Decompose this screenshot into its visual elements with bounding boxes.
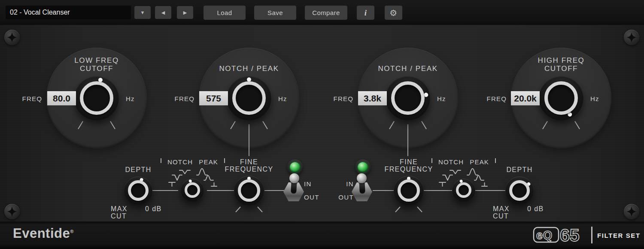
preset-name: 02 - Vocal Cleanser [10,9,70,16]
prev-preset-button[interactable]: ◀ [155,6,171,19]
settings-button[interactable]: ⚙ [385,6,402,20]
notch-peak-selector-right[interactable] [452,178,475,202]
arrow-left-icon: ◀ [161,10,165,15]
fine-freq-connector-line [249,124,249,156]
cut-label: CUT [111,212,127,220]
high-cutoff-value[interactable]: 20.0k [511,91,540,105]
notch-peak-legend: NOTCH PEAK [435,158,492,166]
connector-line [373,190,394,191]
connector-line [424,190,452,191]
logo-divider [591,227,592,243]
connector-line [152,190,178,191]
bypass-led-right [355,160,371,175]
fine-frequency-knob-right[interactable] [394,175,424,206]
max-label: MAX [493,205,510,213]
connector-line [207,190,234,191]
fine-frequency-knob-left[interactable] [234,175,264,206]
low-cutoff-knob[interactable] [74,76,119,120]
product-line-label: FILTER SET [597,232,641,239]
save-button[interactable]: Save [254,6,296,20]
screw-icon [624,204,639,219]
bypass-led-left [287,160,303,175]
peak-label: PEAK [470,158,489,166]
low-cutoff-value[interactable]: 80.0 [47,91,76,105]
hz-label: Hz [590,95,609,102]
notch-label: NOTCH [167,158,193,166]
knob-ticks [234,206,264,214]
bracket-right-icon [224,158,225,163]
top-toolbar: 02 - Vocal Cleanser ▼ ◀ ▶ Load Save Comp… [0,0,644,25]
preset-dropdown-button[interactable]: ▼ [134,6,151,19]
svg-text:65: 65 [560,225,580,244]
freq-label: FREQ [484,95,507,102]
fine-label: FINE [228,158,270,166]
zero-db-label: 0 dB [527,205,544,213]
info-button[interactable]: i [357,6,374,20]
notch-peak-selector-left[interactable] [181,178,204,202]
info-icon: i [365,8,367,18]
out-label: OUT [304,194,319,201]
depth-knob-left[interactable] [124,176,152,205]
load-button[interactable]: Load [204,6,246,20]
freq-label: FREQ [331,95,353,102]
notch-label: NOTCH [438,158,464,166]
hz-label: Hz [278,95,297,102]
peak-label: PEAK [199,158,218,166]
screw-icon [4,204,20,219]
low-cutoff-title: LOW FREQCUTOFF [49,56,144,73]
toggle-ball[interactable] [289,173,299,183]
connector-line [264,190,284,191]
in-label: IN [304,180,312,188]
eq65-plugin-window: 02 - Vocal Cleanser ▼ ◀ ▶ Load Save Comp… [0,0,644,249]
hz-label: Hz [437,95,456,102]
notch1-freq-knob[interactable] [227,76,271,120]
compare-button[interactable]: Compare [305,6,347,20]
bracket-left-icon [161,158,161,163]
chevron-down-icon: ▼ [140,10,145,15]
notch-peak-legend: NOTCH PEAK [164,158,221,166]
knob-ticks [394,206,424,214]
frequency-label: FREQUENCY [383,166,434,173]
depth-label: DEPTH [117,166,160,174]
fine-label: FINE [387,158,430,166]
notch2-title: NOTCH / PEAK [361,65,455,73]
connector-line [475,190,505,191]
high-cutoff-knob[interactable] [539,76,583,120]
notch2-freq-knob[interactable] [386,76,430,120]
max-label: MAX [111,205,128,213]
eventide-logo: Eventide® [13,226,74,241]
freq-label: FREQ [172,95,194,102]
notch2-value[interactable]: 3.8k [358,91,387,105]
cut-label: CUT [493,212,509,220]
zero-db-label: 0 dB [145,205,162,213]
next-preset-button[interactable]: ▶ [177,6,193,19]
hz-label: Hz [126,95,145,102]
eq65-logo: eQ 65 [532,225,588,244]
arrow-right-icon: ▶ [183,10,187,15]
in-label: IN [337,180,354,188]
freq-label: FREQ [20,95,42,102]
bracket-right-icon [495,158,496,163]
out-label: OUT [337,194,354,201]
frequency-label: FREQUENCY [223,166,275,173]
high-cutoff-title: HIGH FREQCUTOFF [514,56,608,73]
toggle-ball[interactable] [357,173,367,183]
notch1-title: NOTCH / PEAK [202,65,296,73]
gear-icon: ⚙ [389,8,397,18]
fine-freq-connector-line [407,124,408,156]
bracket-left-icon [431,158,432,163]
registered-mark: ® [70,229,74,234]
svg-text:eQ: eQ [536,229,553,242]
notch1-value[interactable]: 575 [199,91,228,105]
preset-name-field[interactable]: 02 - Vocal Cleanser [6,6,131,19]
depth-knob-right[interactable] [505,176,534,205]
screw-icon [624,30,639,45]
screw-icon [4,30,20,45]
